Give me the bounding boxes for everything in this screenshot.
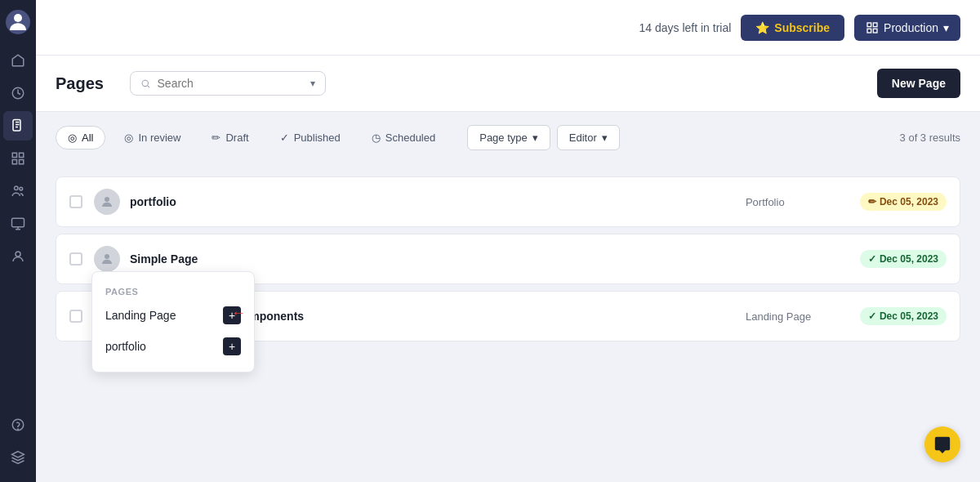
avatar[interactable] [6, 10, 30, 34]
in-review-icon: ◎ [124, 132, 133, 144]
filter-bar: ◎ All ◎ In review ✏ Draft ✓ Published ◷ … [36, 112, 980, 163]
sidebar-item-grid[interactable] [3, 144, 33, 173]
published-status-icon: ✓ [868, 310, 876, 322]
popup-item-label: portfolio [105, 340, 146, 353]
popup-item-label: Landing Page [105, 309, 176, 322]
svg-rect-14 [873, 23, 877, 27]
published-icon: ✓ [280, 132, 289, 144]
row-checkbox[interactable] [69, 310, 82, 323]
main-content: 14 days left in trial ⭐ Subscribe Produc… [36, 0, 980, 482]
chat-button[interactable] [924, 426, 960, 462]
svg-point-17 [142, 80, 148, 86]
draft-status-icon: ✏ [868, 196, 876, 208]
content-body: ◎ All ◎ In review ✏ Draft ✓ Published ◷ … [36, 112, 980, 482]
search-wrapper[interactable]: ▾ [130, 71, 326, 96]
svg-rect-3 [12, 153, 16, 157]
status-badge: ✓ Dec 05, 2023 [860, 307, 947, 325]
avatar [94, 189, 120, 215]
sidebar-item-layers[interactable] [3, 443, 33, 472]
chat-icon [933, 435, 951, 453]
svg-point-19 [105, 254, 109, 259]
status-badge: ✓ Dec 05, 2023 [860, 250, 947, 268]
all-icon: ◎ [68, 132, 77, 144]
new-page-button[interactable]: New Page [877, 69, 960, 98]
search-input[interactable] [158, 77, 304, 90]
row-date: Dec 05, 2023 [880, 253, 938, 265]
row-date: Dec 05, 2023 [880, 196, 938, 208]
row-type: Landing Page [746, 310, 860, 323]
sidebar-item-activity[interactable] [3, 78, 33, 108]
svg-rect-9 [12, 218, 24, 227]
row-name: portfolio [130, 195, 746, 208]
tab-scheduled[interactable]: ◷ Scheduled [359, 126, 448, 150]
scheduled-icon: ◷ [372, 132, 381, 144]
add-portfolio-button[interactable]: + [223, 337, 241, 355]
subscribe-button[interactable]: ⭐ Subscribe [741, 15, 844, 41]
svg-point-7 [15, 186, 19, 190]
star-icon: ⭐ [755, 21, 769, 34]
svg-point-10 [16, 252, 20, 257]
sidebar-item-help[interactable] [3, 410, 33, 440]
svg-point-0 [14, 14, 22, 22]
arrow-indicator: ← [231, 305, 246, 322]
chevron-down-icon: ▾ [943, 21, 949, 34]
row-checkbox[interactable] [69, 252, 82, 266]
editor-filter[interactable]: Editor ▾ [557, 125, 620, 150]
svg-point-8 [20, 187, 23, 190]
tab-published[interactable]: ✓ Published [268, 126, 353, 150]
draft-icon: ✏ [212, 132, 220, 144]
production-label: Production [884, 21, 938, 34]
row-name: Simple Page [130, 252, 746, 266]
avatar [94, 246, 120, 272]
sidebar-item-media[interactable] [3, 209, 33, 239]
topbar: 14 days left in trial ⭐ Subscribe Produc… [36, 0, 980, 56]
trial-text: 14 days left in trial [639, 21, 732, 34]
sidebar-item-users[interactable] [3, 242, 33, 271]
chevron-down-icon: ▾ [602, 132, 608, 144]
production-button[interactable]: Production ▾ [854, 15, 960, 41]
status-badge: ✏ Dec 05, 2023 [860, 193, 947, 211]
page-type-filter[interactable]: Page type ▾ [467, 125, 550, 150]
tab-in-review[interactable]: ◎ In review [112, 126, 193, 150]
editor-label: Editor [569, 132, 597, 144]
svg-point-18 [105, 197, 109, 202]
tab-all[interactable]: ◎ All [56, 126, 105, 150]
svg-rect-6 [20, 160, 24, 164]
pages-header: Pages ▾ New Page [36, 56, 980, 112]
chevron-down-icon: ▾ [532, 132, 538, 144]
page-title: Pages [56, 74, 104, 93]
tab-all-label: All [82, 132, 93, 144]
svg-rect-13 [867, 23, 871, 27]
sidebar [0, 0, 36, 482]
sidebar-item-pages[interactable] [3, 111, 33, 141]
dropdown-popup: Pages Landing Page + portfolio + ← [91, 271, 255, 373]
search-icon [140, 78, 151, 90]
tab-in-review-label: In review [138, 132, 180, 144]
tab-scheduled-label: Scheduled [385, 132, 435, 144]
subscribe-label: Subscribe [774, 21, 830, 34]
row-date: Dec 05, 2023 [880, 310, 938, 322]
results-text: 3 of 3 results [900, 132, 960, 144]
svg-point-12 [18, 429, 19, 430]
tab-published-label: Published [294, 132, 341, 144]
grid-icon [866, 21, 879, 34]
row-checkbox[interactable] [69, 195, 82, 208]
svg-rect-15 [867, 29, 871, 33]
row-type: Portfolio [746, 196, 860, 208]
svg-rect-5 [12, 160, 16, 164]
tab-draft-label: Draft [225, 132, 248, 144]
sidebar-item-home[interactable] [3, 46, 33, 75]
popup-section-title: Pages [92, 282, 254, 300]
svg-rect-4 [20, 153, 24, 157]
tab-draft[interactable]: ✏ Draft [199, 126, 261, 150]
popup-item-portfolio[interactable]: portfolio + [92, 331, 254, 362]
table-row[interactable]: portfolio Portfolio ✏ Dec 05, 2023 [56, 176, 960, 227]
chevron-down-icon: ▾ [310, 78, 315, 89]
popup-item-landing-page[interactable]: Landing Page + [92, 300, 254, 331]
page-type-label: Page type [479, 132, 528, 144]
sidebar-item-team[interactable] [3, 176, 33, 206]
published-status-icon: ✓ [868, 253, 876, 265]
svg-rect-16 [873, 29, 877, 33]
